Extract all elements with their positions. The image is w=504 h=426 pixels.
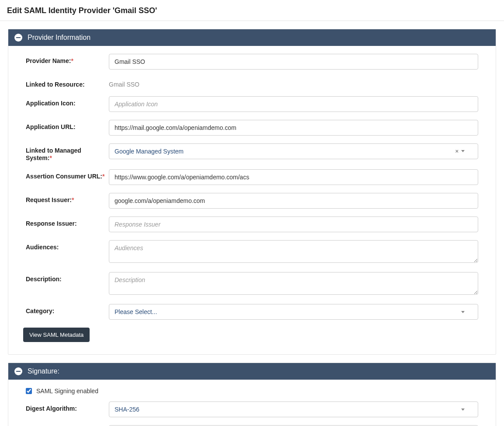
panel-provider-information: Provider Information Provider Name:* Lin… (8, 29, 496, 355)
linked-resource-value: Gmail SSO (109, 77, 478, 88)
label-linked-resource: Linked to Resource: (26, 77, 109, 88)
label-description: Description: (26, 272, 109, 283)
panel-signature: Signature: SAML Signing enabled Digest A… (8, 363, 496, 426)
panel-header-provider-info: Provider Information (8, 29, 496, 46)
linked-managed-value: Google Managed System (115, 148, 455, 155)
app-icon-input[interactable] (109, 96, 478, 112)
panel-title-signature: Signature: (28, 367, 59, 375)
minus-icon (16, 371, 21, 372)
label-provider-name: Provider Name:* (26, 54, 109, 65)
linked-managed-select[interactable]: Google Managed System × (109, 143, 478, 159)
collapse-icon[interactable] (14, 367, 22, 375)
response-issuer-input[interactable] (109, 216, 478, 232)
label-category: Category: (26, 304, 109, 315)
category-value: Please Select... (115, 308, 461, 315)
chevron-down-icon (461, 150, 465, 152)
label-app-icon: Application Icon: (26, 96, 109, 107)
panel-title-provider-info: Provider Information (28, 34, 90, 42)
description-textarea[interactable] (109, 272, 478, 295)
category-select[interactable]: Please Select... (109, 304, 478, 320)
label-request-issuer: Request Issuer:* (26, 193, 109, 204)
request-issuer-input[interactable] (109, 193, 478, 209)
label-digest-algorithm: Digest Algorithm: (26, 402, 109, 412)
audiences-textarea[interactable] (109, 240, 478, 263)
saml-signing-enabled-label: SAML Signing enabled (36, 388, 98, 395)
minus-icon (16, 37, 21, 38)
label-audiences: Audiences: (26, 240, 109, 251)
chevron-down-icon (461, 409, 465, 411)
digest-algorithm-value: SHA-256 (115, 406, 461, 413)
label-acs-url: Assertion Consumer URL:* (26, 169, 109, 180)
collapse-icon[interactable] (14, 34, 22, 42)
view-saml-metadata-button[interactable]: View SAML Metadata (23, 328, 90, 342)
saml-signing-enabled-checkbox[interactable] (26, 388, 32, 394)
page-header: Edit SAML Identity Provider 'Gmail SSO' (0, 0, 504, 21)
digest-algorithm-select[interactable]: SHA-256 (109, 402, 478, 417)
chevron-down-icon (461, 311, 465, 313)
provider-name-input[interactable] (109, 54, 478, 70)
acs-url-input[interactable] (109, 169, 478, 185)
label-response-issuer: Response Issuer: (26, 216, 109, 227)
page-title: Edit SAML Identity Provider 'Gmail SSO' (7, 6, 497, 15)
label-app-url: Application URL: (26, 120, 109, 131)
panel-body-signature: SAML Signing enabled Digest Algorithm: S… (8, 380, 496, 426)
panel-header-signature: Signature: (8, 363, 496, 380)
panel-body-provider-info: Provider Name:* Linked to Resource: Gmai… (8, 46, 496, 354)
label-linked-managed: Linked to Managed System:* (26, 143, 109, 162)
app-url-input[interactable] (109, 120, 478, 136)
clear-icon[interactable]: × (455, 148, 459, 154)
